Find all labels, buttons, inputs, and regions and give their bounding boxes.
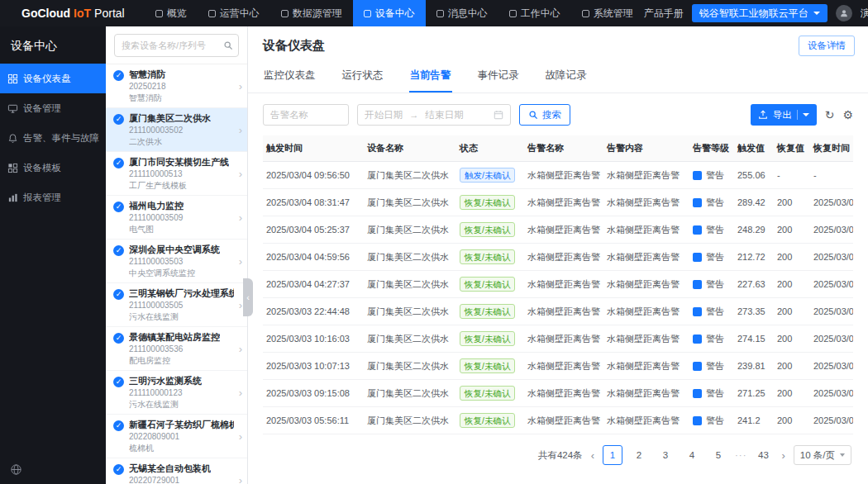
device-list-item[interactable]: ✓ 三明污水监测系统 211110000123 污水在线监测 › xyxy=(106,371,247,415)
collapse-handle[interactable]: ‹ xyxy=(243,278,253,316)
cell-trigger-value: 248.29 xyxy=(734,216,774,244)
globe-icon[interactable] xyxy=(10,463,22,476)
device-name: 厦门集美区二次供水 xyxy=(129,113,211,124)
chevron-right-icon: › xyxy=(239,299,242,311)
topnav-item-label: 运营中心 xyxy=(220,7,260,21)
next-page-icon[interactable]: › xyxy=(780,449,786,462)
tenant-selector[interactable]: 锐谷智联工业物联云平台 xyxy=(692,4,827,22)
cell-alarm-name: 水箱侧壁距离告警 xyxy=(524,298,603,325)
page-ellipsis[interactable]: ··· xyxy=(735,450,747,460)
tab[interactable]: 运行状态 xyxy=(341,61,384,93)
topnav-item[interactable]: 数据源管理 xyxy=(270,0,353,26)
page-button[interactable]: 4 xyxy=(682,445,702,465)
device-list-item[interactable]: ✓ 智慧消防 20250218 智慧消防 › xyxy=(106,64,247,108)
cell-level: 警告 xyxy=(689,325,734,353)
page-button[interactable]: 2 xyxy=(629,445,649,465)
status-tag: 恢复/未确认 xyxy=(460,331,515,346)
device-list-item[interactable]: ✓ 厦门集美区二次供水 211100003502 二次供水 › xyxy=(106,108,247,152)
cell-device-name: 厦门集美区二次供水 xyxy=(364,271,456,298)
device-list-item[interactable]: ✓ 三明某钢铁厂污水处理系统 211100003505 污水在线监测 › xyxy=(106,283,247,327)
alarm-icon xyxy=(7,133,18,144)
page-button[interactable]: 3 xyxy=(656,445,675,465)
cell-alarm-name: 水箱侧壁距离告警 xyxy=(524,407,603,434)
caret-down-icon xyxy=(813,12,820,15)
topnav-item[interactable]: 系统管理 xyxy=(571,0,644,26)
account-name[interactable]: 演示账号 xyxy=(861,7,868,21)
check-circle-icon: ✓ xyxy=(113,158,124,168)
device-name: 厦门市同安某模切生产线 xyxy=(129,157,229,168)
search-button[interactable]: 搜索 xyxy=(519,104,570,126)
table-header-row: 触发时间设备名称状态告警名称告警内容告警等级触发值恢复值恢复时间 xyxy=(263,135,853,162)
device-list-item[interactable]: ✓ 无锡某全自动包装机 20220729001 全自动包装机 › xyxy=(106,458,247,484)
tab[interactable]: 事件记录 xyxy=(477,61,520,93)
device-list-item[interactable]: ✓ 福州电力监控 211100003509 电气图 › xyxy=(106,196,247,240)
sidebar-item[interactable]: 报表管理 xyxy=(0,183,106,212)
date-range-picker[interactable]: 开始日期 → 结束日期 xyxy=(357,104,511,126)
device-list-item[interactable]: ✓ 深圳会展中央空调系统 211100003503 中央空调系统监控 › xyxy=(106,240,247,283)
refresh-icon[interactable]: ↻ xyxy=(825,109,835,121)
sidebar-item[interactable]: 设备模板 xyxy=(0,153,106,183)
table-row: 2025/03/03 22:44:48 厦门集美区二次供水 恢复/未确认 水箱侧… xyxy=(263,298,853,325)
logo-suffix: Portal xyxy=(94,7,125,20)
status-tag: 恢复/未确认 xyxy=(460,249,515,264)
status-tag: 恢复/未确认 xyxy=(460,277,515,292)
device-list-item[interactable]: ✓ 厦门市同安某模切生产线 211110000513 工厂生产线模板 › xyxy=(106,152,247,196)
cell-device-name: 厦门集美区二次供水 xyxy=(364,244,456,271)
topnav-item[interactable]: 运营中心 xyxy=(198,0,270,26)
check-circle-icon: ✓ xyxy=(113,245,124,256)
level-label: 警告 xyxy=(706,224,724,236)
sidebar-item[interactable]: 告警、事件与故障 xyxy=(0,123,106,153)
app-window: GoCloud IoT Portal 概览 运营中心 数据源管理 设备中心 消息… xyxy=(0,0,868,484)
warning-level-icon xyxy=(693,198,702,207)
device-detail-button[interactable]: 设备详情 xyxy=(799,36,855,56)
topnav-item-label: 系统管理 xyxy=(594,7,633,21)
topnav-item[interactable]: 工作中心 xyxy=(498,0,571,26)
search-icon xyxy=(223,40,233,50)
settings-gear-icon[interactable]: ⚙ xyxy=(842,109,853,121)
device-list-item[interactable]: ✓ 景德镇某配电站房监控 211100003536 配电房监控 › xyxy=(106,327,247,371)
sidebar: 设备中心 设备仪表盘 设备管理 告警、事件与故障 设备模板 报表管理 xyxy=(0,26,106,484)
cell-status: 恢复/未确认 xyxy=(456,353,524,380)
device-list: ✓ 智慧消防 20250218 智慧消防 › ✓ 厦门集美区二次供水 21110… xyxy=(106,64,247,484)
cell-device-name: 厦门集美区二次供水 xyxy=(364,162,456,189)
cell-trigger-value: 274.15 xyxy=(734,325,774,353)
prev-page-icon[interactable]: ‹ xyxy=(589,449,596,462)
page-button[interactable]: 5 xyxy=(708,445,728,465)
device-subtitle: 梳棉机 xyxy=(129,444,234,453)
cell-trigger-value: 212.72 xyxy=(734,244,774,271)
page-button[interactable]: 1 xyxy=(603,445,622,465)
device-list-item[interactable]: ✓ 新疆石河子某纺织厂梳棉机 20220809001 梳棉机 › xyxy=(106,415,247,458)
level-label: 警告 xyxy=(706,278,724,291)
cell-status: 触发/未确认 xyxy=(456,162,524,189)
device-search-input[interactable] xyxy=(114,34,239,57)
topnav-item[interactable]: 概览 xyxy=(145,0,198,26)
level-label: 警告 xyxy=(706,387,724,400)
alarm-name-input[interactable] xyxy=(263,104,349,126)
device-subtitle: 二次供水 xyxy=(129,137,211,147)
avatar[interactable] xyxy=(836,5,852,21)
template-icon xyxy=(7,163,18,173)
cell-level: 警告 xyxy=(689,298,734,325)
tab[interactable]: 当前告警 xyxy=(409,61,452,93)
page-size-select[interactable]: 10 条/页 xyxy=(794,445,851,465)
caret-down-icon xyxy=(840,453,845,457)
topnav-item[interactable]: 消息中心 xyxy=(426,0,498,26)
warning-level-icon xyxy=(693,171,702,180)
product-manual-link[interactable]: 产品手册 xyxy=(644,7,684,21)
cell-trigger-value: 289.42 xyxy=(734,189,774,216)
export-button[interactable]: 导出 xyxy=(751,104,817,126)
system-management-icon xyxy=(582,10,589,17)
page-button[interactable]: 43 xyxy=(753,445,773,465)
tab[interactable]: 监控仪表盘 xyxy=(263,61,317,93)
cell-level: 警告 xyxy=(689,244,734,271)
operation-center-icon xyxy=(208,10,216,17)
column-header: 恢复时间 xyxy=(810,135,853,162)
sidebar-item[interactable]: 设备仪表盘 xyxy=(0,64,106,93)
cell-alarm-name: 水箱侧壁距离告警 xyxy=(524,244,603,271)
check-circle-icon: ✓ xyxy=(113,377,124,387)
topnav-item[interactable]: 设备中心 xyxy=(353,0,426,26)
cell-recover-value: 200 xyxy=(774,353,810,380)
sidebar-item[interactable]: 设备管理 xyxy=(0,93,106,123)
tab[interactable]: 故障记录 xyxy=(545,61,588,93)
cell-recover-value: - xyxy=(774,162,810,189)
